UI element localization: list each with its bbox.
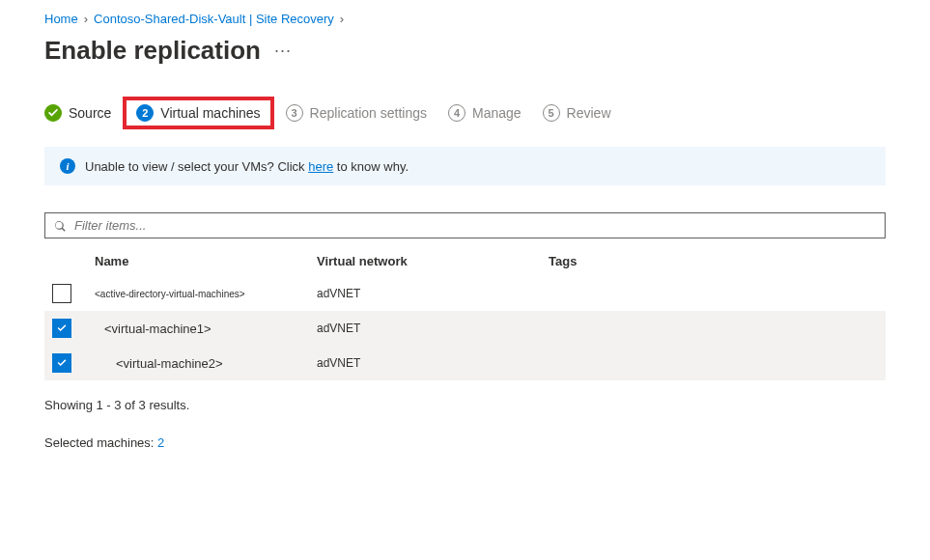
check-icon [55,322,69,335]
wizard-step-replication-settings[interactable]: 3 Replication settings [286,104,427,122]
page-title-row: Enable replication ··· [44,36,886,66]
page-title: Enable replication [44,36,261,66]
table-row[interactable]: <virtual-machine2> adVNET [44,346,886,380]
check-icon [55,356,69,370]
info-icon: i [60,158,75,174]
checkbox-checked[interactable] [52,319,71,338]
wizard-steps: Source 2 Virtual machines 3 Replication … [44,100,886,126]
breadcrumb-vault-link[interactable]: Contoso-Shared-Disk-Vault | Site Recover… [94,12,334,26]
info-banner: i Unable to view / select your VMs? Clic… [44,147,886,185]
row-vnet: adVNET [317,287,549,300]
wizard-step-review[interactable]: 5 Review [543,104,611,122]
filter-box[interactable] [44,212,886,238]
info-text: Unable to view / select your VMs? Click … [85,159,409,174]
col-tags: Tags [549,254,878,268]
step-number-icon: 4 [448,104,465,122]
selected-label: Selected machines: [44,435,157,450]
checkbox[interactable] [52,284,71,303]
row-name: <active-directory-virtual-machines> [95,289,317,299]
step-number-icon: 3 [286,104,303,122]
col-name: Name [95,254,317,268]
info-here-link[interactable]: here [308,159,333,174]
info-text-b: to know why. [333,159,409,174]
step-number-icon: 2 [136,104,154,122]
wizard-step-label: Source [69,105,111,121]
selected-count: Selected machines: 2 [44,435,886,450]
col-vnet: Virtual network [317,254,549,268]
table-row[interactable]: <active-directory-virtual-machines> adVN… [44,276,886,311]
breadcrumb: Home › Contoso-Shared-Disk-Vault | Site … [44,12,886,26]
wizard-step-label: Replication settings [310,105,427,121]
breadcrumb-home-link[interactable]: Home [44,12,78,26]
highlight-annotation: 2 Virtual machines [123,97,273,129]
row-vnet: adVNET [317,322,549,335]
checkbox-checked[interactable] [52,353,71,373]
row-name: <virtual-machine1> [95,322,317,336]
wizard-step-label: Manage [472,105,521,121]
wizard-step-manage[interactable]: 4 Manage [448,104,521,122]
filter-input[interactable] [74,218,877,233]
check-icon [44,104,62,122]
row-vnet: adVNET [317,356,549,370]
search-icon [53,219,67,233]
wizard-step-source[interactable]: Source [44,104,111,122]
chevron-right-icon: › [340,12,344,26]
chevron-right-icon: › [84,12,88,26]
step-number-icon: 5 [543,104,560,122]
more-options-button[interactable]: ··· [274,41,292,61]
wizard-step-label: Virtual machines [160,105,260,121]
row-name: <virtual-machine2> [95,356,317,371]
table-row[interactable]: <virtual-machine1> adVNET [44,311,886,346]
results-count: Showing 1 - 3 of 3 results. [44,398,886,412]
info-text-a: Unable to view / select your VMs? Click [85,159,308,174]
wizard-step-virtual-machines[interactable]: 2 Virtual machines [136,104,260,122]
table-header: Name Virtual network Tags [44,246,886,276]
selected-number: 2 [157,435,164,450]
wizard-step-label: Review [567,105,611,121]
